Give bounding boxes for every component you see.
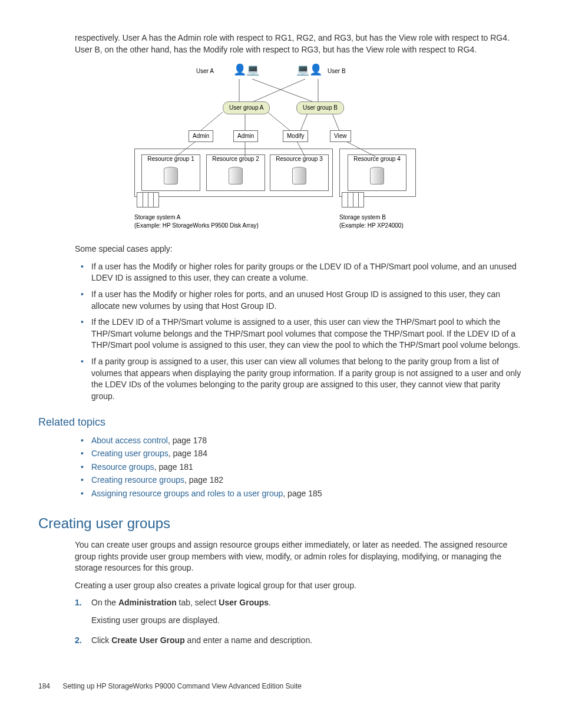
list-item: If the LDEV ID of a THP/Smart volume is … (75, 317, 524, 351)
related-link[interactable]: Resource groups (91, 462, 154, 472)
storage-b-label: Storage system B (339, 213, 386, 222)
intro-paragraph: respectively. User A has the Admin role … (75, 32, 524, 55)
user-group-b-pill: User group B (296, 101, 344, 114)
access-control-diagram: User A 👤💻 💻👤 User B User group A User gr… (134, 61, 464, 235)
resource-group-3: Resource group 3 (270, 154, 329, 191)
svg-line-7 (300, 112, 308, 131)
step-number: 2. (75, 635, 82, 647)
resource-group-1: Resource group 1 (141, 154, 200, 191)
storage-a-label: Storage system A (134, 213, 180, 222)
related-link[interactable]: Creating resource groups (91, 475, 184, 485)
procedure-steps: 1. On the Administration tab, select Use… (75, 597, 524, 646)
page-number: 184 (38, 682, 50, 690)
user-group-a-pill: User group A (223, 101, 270, 114)
ui-label-create-user-group: Create User Group (111, 635, 184, 645)
list-item: Creating resource groups, page 182 (75, 475, 524, 486)
section-heading-creating-user-groups: Creating user groups (38, 513, 524, 533)
ui-label-administration: Administration (118, 598, 177, 607)
related-topics-list: About access control, page 178 Creating … (75, 435, 524, 500)
list-item: Resource groups, page 181 (75, 462, 524, 473)
ui-label-user-groups: User Groups (219, 598, 269, 607)
person-desk-icon: 👤💻 (233, 62, 259, 77)
user-b-label: User B (328, 67, 346, 75)
user-a-label: User A (196, 67, 214, 75)
svg-line-6 (267, 112, 290, 131)
related-topics-heading: Related topics (38, 415, 524, 430)
list-item: Creating user groups, page 184 (75, 448, 524, 460)
cylinder-icon (164, 167, 178, 185)
related-link[interactable]: Creating user groups (91, 449, 168, 458)
svg-line-2 (251, 79, 305, 103)
person-desk-icon: 💻👤 (296, 62, 322, 77)
step-item: 1. On the Administration tab, select Use… (75, 597, 524, 626)
disk-array-icon (137, 192, 159, 207)
resource-group-2: Resource group 2 (206, 154, 265, 191)
cylinder-icon (370, 167, 384, 185)
list-item: Assigning resource groups and roles to a… (75, 488, 524, 500)
svg-line-4 (200, 112, 223, 131)
role-admin-box-2: Admin (233, 130, 258, 142)
page-footer: 184 Setting up HP StorageWorks P9000 Com… (38, 681, 524, 691)
chapter-title: Setting up HP StorageWorks P9000 Command… (62, 682, 302, 690)
section-paragraph: Creating a user group also creates a pri… (75, 580, 524, 592)
role-modify-box: Modify (283, 130, 308, 142)
list-item: If a user has the Modify or higher roles… (75, 261, 524, 284)
related-link[interactable]: About access control (91, 436, 168, 445)
list-item: If a parity group is assigned to a user,… (75, 356, 524, 402)
step-number: 1. (75, 597, 82, 609)
storage-b-example: (Example: HP XP24000) (339, 222, 404, 230)
svg-line-1 (252, 79, 315, 103)
storage-a-example: (Example: HP StorageWorks P9500 Disk Arr… (134, 222, 259, 230)
special-cases-intro: Some special cases apply: (75, 243, 524, 255)
role-admin-box-1: Admin (189, 130, 213, 142)
related-link[interactable]: Assigning resource groups and roles to a… (91, 489, 283, 498)
cylinder-icon (292, 167, 306, 185)
special-cases-list: If a user has the Modify or higher roles… (75, 261, 524, 403)
svg-line-8 (332, 112, 339, 131)
step-item: 2. Click Create User Group and enter a n… (75, 635, 524, 647)
role-view-box: View (330, 130, 351, 142)
disk-array-icon (342, 192, 364, 207)
step-result: Existing user groups are displayed. (91, 615, 524, 627)
section-paragraph: You can create user groups and assign re… (75, 539, 524, 574)
resource-group-4: Resource group 4 (348, 154, 406, 191)
list-item: About access control, page 178 (75, 435, 524, 447)
list-item: If a user has the Modify or higher roles… (75, 289, 524, 312)
cylinder-icon (229, 167, 243, 185)
